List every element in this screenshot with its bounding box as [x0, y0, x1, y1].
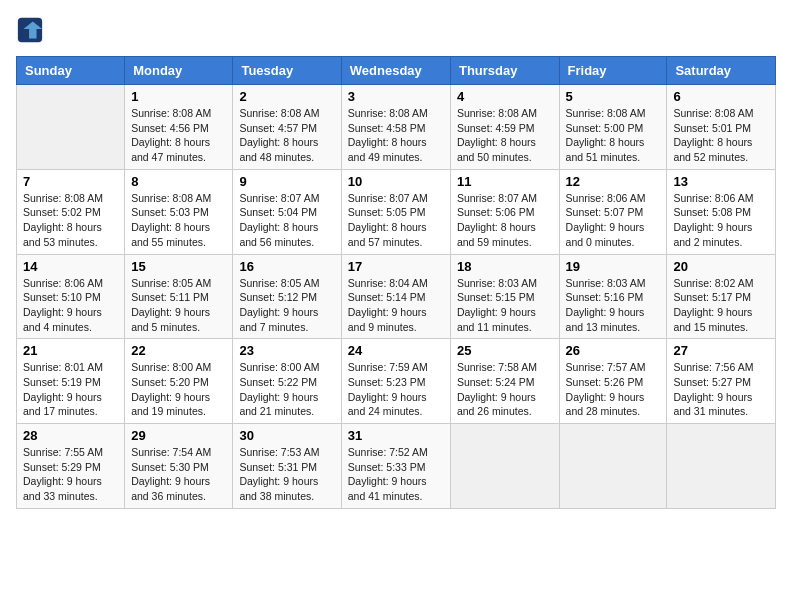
- calendar-cell: 6Sunrise: 8:08 AM Sunset: 5:01 PM Daylig…: [667, 85, 776, 170]
- day-info: Sunrise: 8:01 AM Sunset: 5:19 PM Dayligh…: [23, 360, 118, 419]
- day-number: 8: [131, 174, 226, 189]
- day-number: 27: [673, 343, 769, 358]
- day-info: Sunrise: 8:08 AM Sunset: 4:57 PM Dayligh…: [239, 106, 334, 165]
- day-number: 4: [457, 89, 553, 104]
- day-header-tuesday: Tuesday: [233, 57, 341, 85]
- day-number: 10: [348, 174, 444, 189]
- calendar-cell: 27Sunrise: 7:56 AM Sunset: 5:27 PM Dayli…: [667, 339, 776, 424]
- day-info: Sunrise: 8:05 AM Sunset: 5:11 PM Dayligh…: [131, 276, 226, 335]
- day-info: Sunrise: 8:08 AM Sunset: 4:56 PM Dayligh…: [131, 106, 226, 165]
- calendar-cell: 7Sunrise: 8:08 AM Sunset: 5:02 PM Daylig…: [17, 169, 125, 254]
- calendar-week-2: 7Sunrise: 8:08 AM Sunset: 5:02 PM Daylig…: [17, 169, 776, 254]
- calendar-cell: 9Sunrise: 8:07 AM Sunset: 5:04 PM Daylig…: [233, 169, 341, 254]
- day-number: 31: [348, 428, 444, 443]
- calendar-cell: 2Sunrise: 8:08 AM Sunset: 4:57 PM Daylig…: [233, 85, 341, 170]
- day-info: Sunrise: 8:08 AM Sunset: 4:58 PM Dayligh…: [348, 106, 444, 165]
- day-number: 9: [239, 174, 334, 189]
- day-number: 25: [457, 343, 553, 358]
- day-info: Sunrise: 8:00 AM Sunset: 5:20 PM Dayligh…: [131, 360, 226, 419]
- day-info: Sunrise: 8:03 AM Sunset: 5:16 PM Dayligh…: [566, 276, 661, 335]
- calendar-cell: [17, 85, 125, 170]
- day-number: 21: [23, 343, 118, 358]
- calendar-cell: 15Sunrise: 8:05 AM Sunset: 5:11 PM Dayli…: [125, 254, 233, 339]
- day-number: 11: [457, 174, 553, 189]
- day-info: Sunrise: 7:53 AM Sunset: 5:31 PM Dayligh…: [239, 445, 334, 504]
- calendar-cell: [667, 424, 776, 509]
- day-info: Sunrise: 8:08 AM Sunset: 5:02 PM Dayligh…: [23, 191, 118, 250]
- day-number: 22: [131, 343, 226, 358]
- calendar-cell: [450, 424, 559, 509]
- day-number: 28: [23, 428, 118, 443]
- calendar-cell: 16Sunrise: 8:05 AM Sunset: 5:12 PM Dayli…: [233, 254, 341, 339]
- day-info: Sunrise: 7:55 AM Sunset: 5:29 PM Dayligh…: [23, 445, 118, 504]
- calendar-table: SundayMondayTuesdayWednesdayThursdayFrid…: [16, 56, 776, 509]
- day-number: 17: [348, 259, 444, 274]
- calendar-cell: 19Sunrise: 8:03 AM Sunset: 5:16 PM Dayli…: [559, 254, 667, 339]
- calendar-cell: 20Sunrise: 8:02 AM Sunset: 5:17 PM Dayli…: [667, 254, 776, 339]
- day-info: Sunrise: 8:05 AM Sunset: 5:12 PM Dayligh…: [239, 276, 334, 335]
- page-header: [16, 16, 776, 44]
- day-info: Sunrise: 8:07 AM Sunset: 5:04 PM Dayligh…: [239, 191, 334, 250]
- calendar-cell: 29Sunrise: 7:54 AM Sunset: 5:30 PM Dayli…: [125, 424, 233, 509]
- day-number: 26: [566, 343, 661, 358]
- calendar-cell: 23Sunrise: 8:00 AM Sunset: 5:22 PM Dayli…: [233, 339, 341, 424]
- day-header-saturday: Saturday: [667, 57, 776, 85]
- day-info: Sunrise: 8:06 AM Sunset: 5:10 PM Dayligh…: [23, 276, 118, 335]
- day-header-sunday: Sunday: [17, 57, 125, 85]
- day-header-thursday: Thursday: [450, 57, 559, 85]
- day-number: 20: [673, 259, 769, 274]
- day-header-wednesday: Wednesday: [341, 57, 450, 85]
- day-number: 13: [673, 174, 769, 189]
- calendar-cell: 31Sunrise: 7:52 AM Sunset: 5:33 PM Dayli…: [341, 424, 450, 509]
- day-info: Sunrise: 7:52 AM Sunset: 5:33 PM Dayligh…: [348, 445, 444, 504]
- calendar-cell: 3Sunrise: 8:08 AM Sunset: 4:58 PM Daylig…: [341, 85, 450, 170]
- day-info: Sunrise: 8:02 AM Sunset: 5:17 PM Dayligh…: [673, 276, 769, 335]
- day-number: 7: [23, 174, 118, 189]
- calendar-cell: 1Sunrise: 8:08 AM Sunset: 4:56 PM Daylig…: [125, 85, 233, 170]
- day-info: Sunrise: 8:03 AM Sunset: 5:15 PM Dayligh…: [457, 276, 553, 335]
- day-number: 19: [566, 259, 661, 274]
- day-number: 15: [131, 259, 226, 274]
- day-info: Sunrise: 7:58 AM Sunset: 5:24 PM Dayligh…: [457, 360, 553, 419]
- day-info: Sunrise: 8:08 AM Sunset: 5:00 PM Dayligh…: [566, 106, 661, 165]
- day-header-monday: Monday: [125, 57, 233, 85]
- calendar-cell: 12Sunrise: 8:06 AM Sunset: 5:07 PM Dayli…: [559, 169, 667, 254]
- calendar-cell: 5Sunrise: 8:08 AM Sunset: 5:00 PM Daylig…: [559, 85, 667, 170]
- day-info: Sunrise: 8:06 AM Sunset: 5:07 PM Dayligh…: [566, 191, 661, 250]
- calendar-cell: 18Sunrise: 8:03 AM Sunset: 5:15 PM Dayli…: [450, 254, 559, 339]
- calendar-cell: 24Sunrise: 7:59 AM Sunset: 5:23 PM Dayli…: [341, 339, 450, 424]
- day-number: 16: [239, 259, 334, 274]
- calendar-cell: 22Sunrise: 8:00 AM Sunset: 5:20 PM Dayli…: [125, 339, 233, 424]
- day-info: Sunrise: 8:07 AM Sunset: 5:05 PM Dayligh…: [348, 191, 444, 250]
- calendar-cell: 11Sunrise: 8:07 AM Sunset: 5:06 PM Dayli…: [450, 169, 559, 254]
- day-number: 2: [239, 89, 334, 104]
- day-info: Sunrise: 8:04 AM Sunset: 5:14 PM Dayligh…: [348, 276, 444, 335]
- day-number: 5: [566, 89, 661, 104]
- day-info: Sunrise: 7:57 AM Sunset: 5:26 PM Dayligh…: [566, 360, 661, 419]
- calendar-week-5: 28Sunrise: 7:55 AM Sunset: 5:29 PM Dayli…: [17, 424, 776, 509]
- calendar-cell: 21Sunrise: 8:01 AM Sunset: 5:19 PM Dayli…: [17, 339, 125, 424]
- calendar-cell: 28Sunrise: 7:55 AM Sunset: 5:29 PM Dayli…: [17, 424, 125, 509]
- day-number: 23: [239, 343, 334, 358]
- day-number: 3: [348, 89, 444, 104]
- day-number: 24: [348, 343, 444, 358]
- day-number: 18: [457, 259, 553, 274]
- calendar-cell: 26Sunrise: 7:57 AM Sunset: 5:26 PM Dayli…: [559, 339, 667, 424]
- day-info: Sunrise: 8:08 AM Sunset: 5:03 PM Dayligh…: [131, 191, 226, 250]
- day-info: Sunrise: 7:59 AM Sunset: 5:23 PM Dayligh…: [348, 360, 444, 419]
- day-number: 30: [239, 428, 334, 443]
- day-number: 1: [131, 89, 226, 104]
- calendar-cell: 13Sunrise: 8:06 AM Sunset: 5:08 PM Dayli…: [667, 169, 776, 254]
- calendar-cell: 10Sunrise: 8:07 AM Sunset: 5:05 PM Dayli…: [341, 169, 450, 254]
- calendar-week-1: 1Sunrise: 8:08 AM Sunset: 4:56 PM Daylig…: [17, 85, 776, 170]
- day-info: Sunrise: 7:54 AM Sunset: 5:30 PM Dayligh…: [131, 445, 226, 504]
- day-info: Sunrise: 8:06 AM Sunset: 5:08 PM Dayligh…: [673, 191, 769, 250]
- calendar-cell: 30Sunrise: 7:53 AM Sunset: 5:31 PM Dayli…: [233, 424, 341, 509]
- calendar-cell: 25Sunrise: 7:58 AM Sunset: 5:24 PM Dayli…: [450, 339, 559, 424]
- logo: [16, 16, 48, 44]
- day-info: Sunrise: 8:08 AM Sunset: 5:01 PM Dayligh…: [673, 106, 769, 165]
- day-info: Sunrise: 8:07 AM Sunset: 5:06 PM Dayligh…: [457, 191, 553, 250]
- day-number: 12: [566, 174, 661, 189]
- day-header-friday: Friday: [559, 57, 667, 85]
- calendar-week-3: 14Sunrise: 8:06 AM Sunset: 5:10 PM Dayli…: [17, 254, 776, 339]
